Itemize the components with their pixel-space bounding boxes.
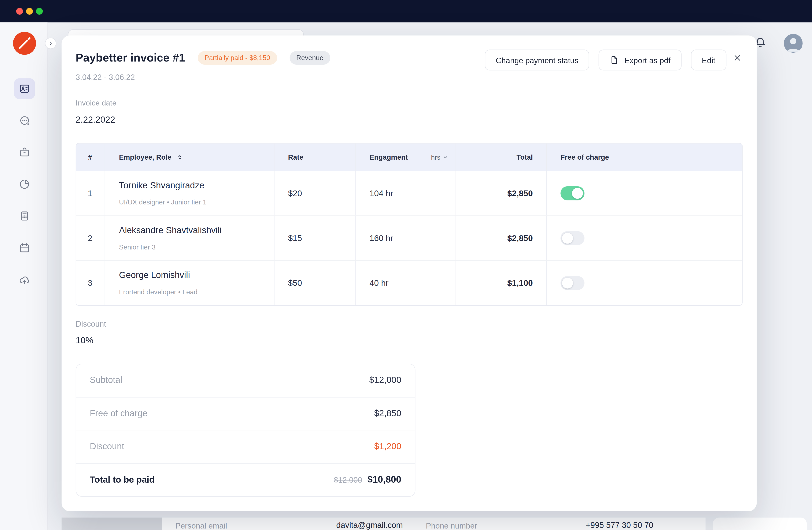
- toggle-knob: [562, 278, 573, 289]
- rate-value: $15: [274, 216, 356, 261]
- free-of-charge-label: Free of charge: [90, 409, 147, 419]
- free-of-charge-cell: [547, 171, 742, 216]
- employee-cell: Tornike Shvangiradze UI/UX designer • Ju…: [104, 171, 275, 216]
- summary-discount-row: Discount $1,200: [76, 430, 415, 463]
- employee-name: Aleksandre Shavtvalishvili: [119, 225, 222, 236]
- toggle-knob: [562, 233, 573, 244]
- free-of-charge-toggle[interactable]: [560, 186, 584, 201]
- invoice-modal: Paybetter invoice #1 Partially paid - $8…: [61, 35, 757, 511]
- engagement-value: 40 hr: [356, 261, 456, 305]
- employee-cell: George Lomishvili Frortend developer • L…: [104, 261, 275, 305]
- total-value: $2,850: [456, 216, 547, 261]
- total-value: $2,850: [456, 171, 547, 216]
- table-row: 2 Aleksandre Shavtvalishvili Senior tier…: [76, 216, 742, 260]
- header-employee-role[interactable]: Employee, Role: [104, 144, 275, 171]
- close-icon: [733, 54, 741, 62]
- cloud-upload-icon: [19, 275, 30, 286]
- invoice-date-range: 3.04.22 - 3.06.22: [76, 73, 135, 82]
- sidebar-expand-button[interactable]: [45, 38, 56, 49]
- export-pdf-button[interactable]: Export as pdf: [599, 49, 682, 70]
- employee-role: UI/UX designer • Junior tier 1: [119, 198, 207, 206]
- payment-status-badge: Partially paid - $8,150: [198, 51, 277, 65]
- summary-total-row: Total to be paid $12,000 $10,800: [76, 463, 415, 496]
- total-original-value: $12,000: [334, 475, 362, 484]
- edit-label: Edit: [702, 56, 715, 64]
- discount-summary-label: Discount: [90, 441, 124, 452]
- employee-name: Tornike Shvangiradze: [119, 180, 204, 191]
- rate-value: $50: [274, 261, 356, 305]
- export-pdf-label: Export as pdf: [624, 56, 670, 64]
- header-total: Total: [456, 144, 547, 171]
- table-header-row: # Employee, Role Rate Engagment hrs Tota…: [76, 144, 742, 171]
- chevron-down-icon: [443, 154, 448, 160]
- total-final-value: $10,800: [367, 474, 401, 485]
- invoice-summary-card: Subtotal $12,000 Free of charge $2,850 D…: [76, 364, 416, 497]
- discount-summary-value: $1,200: [374, 441, 401, 452]
- briefcase-icon: [19, 147, 30, 158]
- total-to-be-paid-values: $12,000 $10,800: [334, 474, 401, 485]
- invoice-date-value: 2.22.2022: [76, 115, 115, 125]
- sidebar-item-upload[interactable]: [18, 274, 31, 286]
- modal-actions: Change payment status Export as pdf Edit: [485, 49, 726, 70]
- user-avatar[interactable]: [784, 34, 803, 53]
- rate-value: $20: [274, 171, 356, 216]
- total-to-be-paid-label: Total to be paid: [90, 475, 155, 485]
- chat-icon: [19, 115, 30, 126]
- change-payment-status-label: Change payment status: [496, 56, 578, 64]
- header-engagement: Engagment hrs: [356, 144, 456, 171]
- personal-email-label: Personal email: [175, 521, 227, 530]
- chevron-right-icon: [49, 40, 53, 46]
- engagement-unit-label: hrs: [431, 153, 440, 161]
- free-of-charge-toggle[interactable]: [560, 276, 584, 290]
- sidebar-item-chat[interactable]: [18, 114, 31, 127]
- table-row: 1 Tornike Shvangiradze UI/UX designer • …: [76, 171, 742, 216]
- sort-icon[interactable]: [176, 154, 183, 160]
- summary-subtotal-row: Subtotal $12,000: [76, 364, 415, 397]
- background-side-card: [713, 517, 807, 530]
- sidebar-item-projects[interactable]: [18, 146, 31, 159]
- engagement-unit-dropdown[interactable]: hrs: [431, 153, 448, 161]
- free-of-charge-toggle[interactable]: [560, 231, 584, 245]
- invoice-title: Paybetter invoice #1: [76, 51, 185, 64]
- fullscreen-window-button[interactable]: [36, 8, 43, 15]
- table-row: 3 George Lomishvili Frortend developer •…: [76, 260, 742, 305]
- phone-number-label: Phone number: [426, 521, 477, 530]
- total-value: $1,100: [456, 261, 547, 305]
- app-window: Personal email davita@gmail.com Phone nu…: [0, 0, 812, 530]
- row-index: 2: [76, 216, 104, 261]
- sidebar-item-calculator[interactable]: [18, 210, 31, 222]
- invoice-line-items-table: # Employee, Role Rate Engagment hrs Tota…: [76, 143, 743, 306]
- employee-cell: Aleksandre Shavtvalishvili Senior tier 3: [104, 216, 275, 261]
- header-employee-label: Employee, Role: [119, 153, 172, 161]
- titlebar: [0, 0, 812, 23]
- free-of-charge-value: $2,850: [374, 409, 401, 419]
- calendar-icon: [19, 242, 30, 253]
- edit-button[interactable]: Edit: [691, 49, 726, 70]
- change-payment-status-button[interactable]: Change payment status: [485, 49, 590, 70]
- close-window-button[interactable]: [16, 8, 23, 15]
- subtotal-value: $12,000: [369, 375, 401, 386]
- background-photo-block: [61, 517, 162, 530]
- sidebar-item-contacts[interactable]: [14, 78, 35, 99]
- minimize-window-button[interactable]: [26, 8, 33, 15]
- avatar-person-icon: [784, 34, 803, 53]
- personal-email-value: davita@gmail.com: [292, 521, 403, 530]
- close-modal-button[interactable]: [730, 51, 744, 65]
- header-rate: Rate: [274, 144, 356, 171]
- sidebar-item-reports[interactable]: [18, 178, 31, 190]
- header-index: #: [76, 144, 104, 171]
- file-icon: [610, 55, 619, 65]
- free-of-charge-cell: [547, 216, 742, 261]
- header-engagement-label: Engagment: [369, 153, 408, 161]
- sidebar: [0, 23, 47, 530]
- sidebar-item-calendar[interactable]: [18, 242, 31, 254]
- employee-role: Frortend developer • Lead: [119, 288, 198, 296]
- modal-header: Paybetter invoice #1 Partially paid - $8…: [76, 51, 330, 65]
- wand-logo-icon: [13, 32, 36, 55]
- employee-role: Senior tier 3: [119, 243, 156, 251]
- app-logo[interactable]: [13, 32, 36, 55]
- pie-chart-icon: [19, 178, 30, 190]
- invoice-date-label: Invoice date: [76, 99, 117, 107]
- row-index: 1: [76, 171, 104, 216]
- discount-label: Discount: [76, 319, 106, 328]
